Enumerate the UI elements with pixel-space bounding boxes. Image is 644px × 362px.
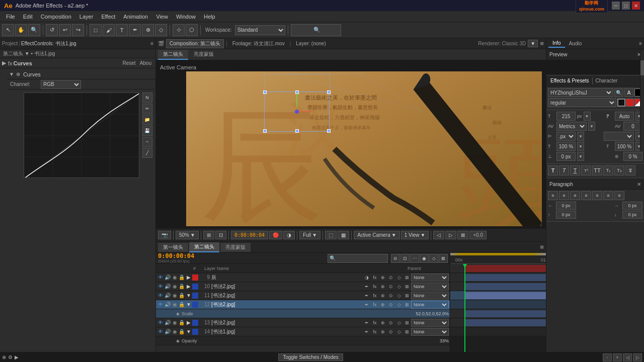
blendmode-9[interactable]: ⊕ (379, 275, 387, 280)
pen-13[interactable]: ✒ (363, 320, 371, 325)
layer-btn[interactable]: Layer: (none) (293, 40, 329, 47)
rect-tool[interactable]: □ (90, 24, 102, 36)
track-13[interactable]: ⊙ (387, 320, 395, 325)
scale-label[interactable]: Scale (182, 311, 193, 316)
menu-animation[interactable]: Animation (119, 13, 152, 21)
menu-help[interactable]: Help (200, 13, 219, 21)
baseline-input[interactable] (556, 152, 576, 161)
adj-9[interactable]: ◇ (395, 275, 403, 280)
text-tool[interactable]: T (116, 24, 128, 36)
menu-window[interactable]: Window (172, 13, 200, 21)
footage-btn[interactable]: Footage: 诗文清江.mov (229, 40, 288, 48)
tab-comp1[interactable]: 第二镜头 (158, 50, 188, 60)
parent-select-9[interactable]: None (411, 274, 449, 282)
layer-name-11[interactable]: [书法2.jpg] (211, 292, 363, 299)
justify-center-btn[interactable]: ≡ (592, 191, 602, 200)
font-style-select[interactable]: regular (548, 98, 616, 107)
solo-9[interactable]: ◉ (171, 275, 178, 280)
3d-9[interactable]: ⊠ (403, 275, 411, 280)
layer-name-12[interactable]: [书法2.jpg] (211, 301, 363, 308)
para-space-before[interactable] (556, 211, 576, 219)
smallcaps-btn[interactable]: Tₛ (603, 165, 613, 175)
effects-9[interactable]: fx (371, 275, 379, 280)
adj-14[interactable]: ◇ (395, 329, 403, 334)
tl-zoom-in[interactable]: + (613, 353, 622, 361)
font-size-input[interactable] (556, 112, 576, 121)
pen-10[interactable]: ✒ (363, 284, 371, 289)
font-search-btn[interactable]: 🔍 (614, 88, 623, 97)
layer-name-14[interactable]: [书法1.jpg] (211, 328, 363, 335)
curves-reset-btn[interactable]: N (142, 93, 152, 103)
para-close[interactable]: ✕ (637, 182, 641, 187)
para-indent-r[interactable] (622, 202, 642, 210)
3d-14[interactable]: ⊠ (403, 329, 411, 334)
blendmode-12[interactable]: ⊕ (379, 302, 387, 307)
collapse-10[interactable]: ▶ (185, 284, 192, 289)
close-button[interactable]: ✕ (632, 2, 640, 10)
font-family-select[interactable]: HYZhongLiShuJ (548, 88, 613, 97)
font-size-down[interactable]: ▼ (584, 112, 591, 121)
info-tab[interactable]: Info (548, 39, 565, 48)
blendmode-14[interactable]: ⊕ (379, 329, 387, 334)
shape-tool[interactable]: ⬡ (186, 24, 198, 36)
view-select[interactable]: 1 View ▼ (401, 231, 429, 239)
lock-9[interactable]: 🔒 (178, 275, 185, 280)
effects-12[interactable]: fx (371, 302, 379, 307)
3d-13[interactable]: ⊠ (403, 320, 411, 325)
adj-10[interactable]: ◇ (395, 284, 403, 289)
comp-viewer-btn[interactable]: Composition: 第二镜头 (166, 39, 224, 48)
solo-11[interactable]: ◉ (171, 293, 178, 298)
effects-presets-tab[interactable]: Effects & Presets (547, 77, 592, 84)
solo-10[interactable]: ◉ (171, 284, 178, 289)
audio-9[interactable]: 🔊 (164, 275, 171, 280)
subscript-btn[interactable]: T₀ (614, 165, 624, 175)
collapse-9[interactable]: ▶ (185, 275, 192, 280)
tl-tab3[interactable]: 亮度蒙版 (220, 243, 251, 252)
tl-zoom-out[interactable]: - (603, 353, 612, 361)
track-14[interactable]: ⊙ (387, 329, 395, 334)
kern-down[interactable]: ▼ (588, 122, 595, 131)
track-12[interactable]: ⊙ (387, 302, 395, 307)
rotate-tool[interactable]: ↺ (46, 24, 58, 36)
hscale-input[interactable] (556, 142, 576, 151)
font-color-btn[interactable]: A (624, 88, 633, 97)
layer-name-9[interactable]: 辰 (211, 274, 363, 281)
toggle-switches-btn[interactable]: Toggle Switches / Modes (278, 353, 343, 361)
curves-graph[interactable] (24, 93, 139, 178)
render-queue-btn[interactable]: ▶ (15, 354, 19, 360)
track-9[interactable]: ⊙ (387, 275, 395, 280)
justify-right-btn[interactable]: ≡ (603, 191, 613, 200)
tl-tab1[interactable]: 第一镜头 (158, 243, 188, 252)
indent-select[interactable]: .px (556, 132, 576, 141)
pen-14[interactable]: ✒ (363, 329, 371, 334)
track-bar-9[interactable] (464, 265, 546, 272)
tl-tab2[interactable]: 第二镜头 (189, 242, 219, 252)
audio-11[interactable]: 🔊 (164, 293, 171, 298)
underline-btn[interactable]: T (570, 165, 580, 175)
color-swatch-red[interactable] (626, 99, 634, 107)
color-swatch-black[interactable] (617, 99, 625, 107)
about-button[interactable]: Abou (138, 60, 153, 66)
collapse-12[interactable]: ▼ (185, 302, 192, 307)
effects-13[interactable]: fx (371, 320, 379, 325)
opacity-value[interactable]: 33% (440, 338, 449, 343)
effects-14[interactable]: fx (371, 329, 379, 334)
motion-blur-btn[interactable]: ◑ (283, 231, 295, 239)
solo-13[interactable]: ◉ (171, 320, 178, 325)
grid-btn[interactable]: ⊡ (215, 231, 226, 239)
audio-12[interactable]: 🔊 (164, 302, 171, 307)
align-center-btn[interactable]: ≡ (559, 191, 569, 200)
solo-14[interactable]: ◉ (171, 329, 178, 334)
vis-13[interactable]: 👁 (157, 320, 164, 325)
fit-btn[interactable]: ⊞ (203, 231, 214, 239)
redo-tool[interactable]: ↪ (72, 24, 84, 36)
menu-view[interactable]: View (152, 13, 172, 21)
track-bar-14[interactable] (464, 319, 546, 326)
layer-name-10[interactable]: [书法2.jpg] (211, 283, 363, 290)
motion-blur-9[interactable]: ◑ (363, 275, 371, 280)
tl-menu-btn[interactable]: ≡ (540, 243, 544, 251)
clone-tool[interactable]: ⊕ (142, 24, 154, 36)
vis-9[interactable]: 👁 (157, 275, 164, 280)
render-btn[interactable]: 🔴 (269, 231, 282, 239)
tsume-input[interactable] (623, 152, 642, 161)
